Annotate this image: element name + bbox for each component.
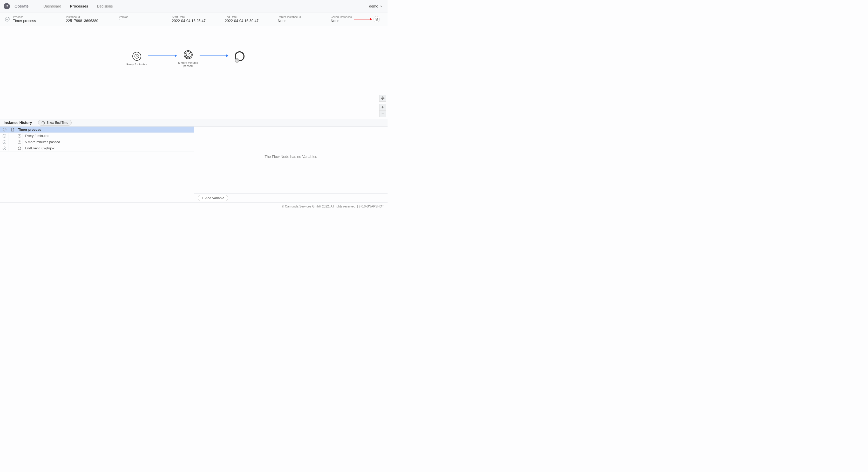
reset-viewport-button[interactable]	[379, 95, 386, 102]
app-logo[interactable]: C	[4, 3, 10, 9]
detail-process-value: Timer process	[13, 19, 64, 23]
detail-end-date: End Date 2022-04-04 16:30:47	[225, 15, 276, 23]
clock-icon	[186, 53, 190, 57]
add-variable-button[interactable]: + Add Variable	[198, 195, 228, 201]
detail-start-date: Start Date 2022-04-04 16:25:47	[172, 15, 223, 23]
svg-point-8	[3, 134, 6, 137]
clock-icon	[41, 121, 45, 125]
detail-version-label: Version	[119, 15, 170, 19]
detail-instance-id-label: Instance Id	[66, 15, 117, 19]
show-end-time-button[interactable]: Show End Time	[38, 120, 72, 126]
detail-instance-id: Instance Id 2251799813696380	[66, 15, 117, 23]
tree-row-label: 5 more minutes passed	[23, 140, 60, 144]
header-left: C Operate Dashboard Processes Decisions	[4, 3, 113, 9]
tree-row-label: Timer process	[16, 128, 41, 132]
diagram-zoom-controls: + −	[379, 95, 386, 117]
sequence-flow-1	[148, 56, 177, 56]
tree-row-end-event[interactable]: EndEvent_02qhg5x	[0, 145, 194, 151]
footer-text: © Camunda Services GmbH 2022. All rights…	[282, 205, 384, 208]
status-completed-icon	[0, 139, 9, 145]
instance-history-header: Instance History Show End Time	[0, 119, 388, 127]
sequence-flow-2	[199, 56, 228, 56]
clock-icon	[134, 54, 140, 59]
plus-icon: +	[202, 196, 204, 200]
detail-parent-instance-value: None	[278, 19, 329, 23]
detail-start-date-value: 2022-04-04 16:25:47	[172, 19, 223, 23]
zoom-out-button[interactable]: −	[379, 110, 386, 117]
add-variable-label: Add Variable	[205, 196, 224, 200]
end-event-icon	[16, 145, 23, 151]
tree-row-timer-2[interactable]: 5 more minutes passed	[0, 139, 194, 145]
detail-end-date-value: 2022-04-04 16:30:47	[225, 19, 276, 23]
document-icon	[9, 127, 16, 133]
intermediate-event-label: 5 more minutes passed	[178, 61, 198, 67]
app-header: C Operate Dashboard Processes Decisions …	[0, 0, 388, 12]
detail-end-date-label: End Date	[225, 15, 276, 19]
bpmn-diagram-panel[interactable]: Every 3 minutes 5 more minutes passed	[0, 26, 388, 119]
detail-start-date-label: Start Date	[172, 15, 223, 19]
bottom-panels: Timer process Every 3 minutes 5 more	[0, 127, 388, 202]
delete-area	[354, 16, 380, 22]
detail-version: Version 1	[119, 15, 170, 23]
clock-icon	[16, 133, 23, 139]
minus-icon: −	[381, 111, 384, 116]
tab-dashboard[interactable]: Dashboard	[43, 4, 61, 8]
detail-parent-instance-label: Parent Instance Id	[278, 15, 329, 19]
intermediate-event[interactable]: 5 more minutes passed	[178, 50, 198, 67]
detail-process-label: Process	[13, 15, 64, 19]
status-completed-icon	[0, 127, 9, 133]
status-completed-icon	[0, 133, 9, 139]
tree-row-label: Every 3 minutes	[23, 134, 49, 138]
svg-point-13	[18, 147, 21, 149]
tab-processes[interactable]: Processes	[70, 4, 88, 8]
svg-point-0	[5, 17, 9, 21]
instance-history-tree: Timer process Every 3 minutes 5 more	[0, 127, 194, 202]
svg-point-7	[3, 128, 6, 131]
start-event-label: Every 3 minutes	[126, 63, 147, 66]
tree-row-timer-1[interactable]: Every 3 minutes	[0, 133, 194, 139]
app-name[interactable]: Operate	[14, 4, 36, 8]
svg-point-10	[3, 140, 6, 143]
completed-badge-icon	[235, 58, 239, 63]
footer: © Camunda Services GmbH 2022. All rights…	[0, 202, 388, 210]
clock-icon	[16, 139, 23, 145]
variables-empty-message: The Flow Node has no Variables	[265, 155, 317, 159]
chevron-down-icon	[380, 5, 383, 8]
add-variable-row: + Add Variable	[194, 194, 388, 202]
tree-row-process[interactable]: Timer process	[0, 127, 194, 133]
user-label: demo	[369, 4, 378, 8]
detail-parent-instance: Parent Instance Id None	[278, 15, 329, 23]
start-event[interactable]: Every 3 minutes	[126, 52, 147, 66]
detail-process: Process Timer process	[13, 15, 64, 23]
nav-tabs: Dashboard Processes Decisions	[43, 4, 113, 8]
tab-decisions[interactable]: Decisions	[97, 4, 113, 8]
trash-icon	[375, 18, 378, 21]
crosshair-icon	[381, 97, 384, 100]
show-end-time-label: Show End Time	[46, 121, 68, 125]
tree-row-label: EndEvent_02qhg5x	[23, 146, 54, 150]
svg-point-12	[3, 146, 6, 149]
variables-panel: The Flow Node has no Variables + Add Var…	[194, 127, 388, 202]
svg-point-5	[382, 98, 383, 99]
annotation-arrow	[354, 19, 372, 20]
user-menu[interactable]: demo	[369, 4, 384, 8]
instance-status-icon	[4, 17, 11, 22]
status-completed-icon	[0, 145, 9, 151]
end-event[interactable]	[229, 52, 250, 61]
svg-point-3	[236, 59, 238, 62]
zoom-in-button[interactable]: +	[379, 104, 386, 110]
instance-details-bar: Process Timer process Instance Id 225179…	[0, 12, 388, 26]
detail-version-value: 1	[119, 19, 170, 23]
plus-icon: +	[381, 105, 384, 110]
bpmn-diagram: Every 3 minutes 5 more minutes passed	[126, 50, 250, 67]
detail-instance-id-value: 2251799813696380	[66, 19, 117, 23]
instance-history-title: Instance History	[4, 121, 32, 125]
delete-instance-button[interactable]	[374, 16, 380, 22]
